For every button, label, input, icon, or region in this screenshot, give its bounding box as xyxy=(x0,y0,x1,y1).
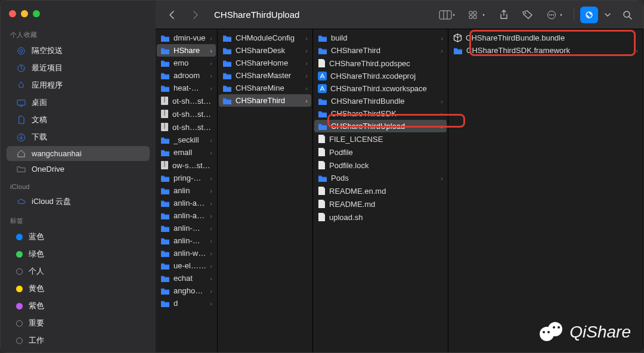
file-row[interactable]: CHShareThirdBundle.bundle xyxy=(450,32,642,44)
file-row[interactable]: adroom› xyxy=(157,69,216,82)
folder-icon xyxy=(160,148,170,157)
sidebar-item[interactable]: 桌面 xyxy=(7,94,150,111)
sidebar-item[interactable]: wangchuanhai xyxy=(7,146,150,161)
sidebar-item[interactable]: 黄色 xyxy=(7,280,150,297)
sidebar-item[interactable]: 应用程序 xyxy=(7,77,150,94)
file-row[interactable]: ot-sh…ster.zip xyxy=(157,107,216,120)
file-row[interactable]: CHShareThirdSDK.framework› xyxy=(450,44,642,57)
file-row[interactable]: CHShareThird.xcworkspace xyxy=(314,82,447,95)
sync-status-button[interactable] xyxy=(580,7,598,23)
sidebar-item-label: 隔空投送 xyxy=(32,45,63,56)
file-row[interactable]: ot-sh…ster.zip xyxy=(157,94,216,107)
file-row-label: anlin-wx-vue xyxy=(174,249,206,258)
svg-rect-3 xyxy=(17,100,24,104)
sidebar-item[interactable]: 工作 xyxy=(7,332,150,349)
sidebar-item[interactable]: 紫色 xyxy=(7,298,150,314)
file-row[interactable]: anlin-wx-vue› xyxy=(157,247,216,259)
file-row[interactable]: Podfile.lock xyxy=(314,159,447,172)
actions-menu-button[interactable] xyxy=(541,7,568,23)
file-row[interactable]: heat-…p-web› xyxy=(157,82,216,94)
sidebar-item[interactable]: 隔空投送 xyxy=(7,42,150,59)
close-window-button[interactable] xyxy=(9,10,16,17)
file-row[interactable]: Podfile xyxy=(314,145,447,159)
main-area: CHShareThirdUpload xyxy=(156,1,643,352)
file-row-label: CHShareThirdSDK.framework xyxy=(466,46,570,55)
view-columns-button[interactable] xyxy=(434,7,460,23)
sidebar-item[interactable]: 绿色 xyxy=(7,246,150,262)
search-button[interactable] xyxy=(617,7,637,23)
sidebar-item[interactable]: iCloud 云盘 xyxy=(7,193,150,210)
minimize-window-button[interactable] xyxy=(21,10,28,17)
group-by-button[interactable] xyxy=(464,7,490,23)
file-row[interactable]: anlin-…-server› xyxy=(157,234,216,247)
file-row[interactable]: CHShareThird.xcodeproj xyxy=(314,70,447,82)
file-row[interactable]: emo› xyxy=(157,57,216,69)
fullscreen-window-button[interactable] xyxy=(33,10,40,17)
file-row[interactable]: dmin-vue› xyxy=(157,32,216,44)
zip-icon xyxy=(160,109,169,119)
file-row[interactable]: anlin-…t-admin› xyxy=(157,222,216,234)
sidebar-item-label: iCloud 云盘 xyxy=(32,196,71,207)
chevron-right-icon: › xyxy=(305,72,308,79)
file-row[interactable]: README.md xyxy=(314,197,447,210)
file-row[interactable]: FILE_LICENSE xyxy=(314,132,447,145)
file-icon xyxy=(318,186,326,196)
column-0: dmin-vue›HShare›emo›adroom›heat-…p-web›o… xyxy=(156,29,218,352)
sidebar-item[interactable]: 蓝色 xyxy=(7,228,150,245)
sidebar-item[interactable]: 下载 xyxy=(7,129,150,145)
sidebar-item-label: 最近项目 xyxy=(32,63,63,73)
recent-icon xyxy=(16,64,26,73)
file-row[interactable]: CHShareThirdUpload› xyxy=(314,120,447,132)
chevron-right-icon: › xyxy=(305,47,308,54)
file-row[interactable]: ow-s…ster.zip xyxy=(157,159,216,172)
file-icon xyxy=(318,134,326,144)
file-row[interactable]: build› xyxy=(314,32,447,44)
tags-button[interactable] xyxy=(518,7,538,23)
file-row[interactable]: anlin-admin-ui› xyxy=(157,209,216,222)
file-row[interactable]: CHShareMaster› xyxy=(219,69,311,82)
sidebar-item[interactable]: 重要 xyxy=(7,315,150,332)
tag-empty-icon xyxy=(16,337,23,344)
file-row[interactable]: emall› xyxy=(157,146,216,159)
file-row[interactable]: anghongdong› xyxy=(157,284,216,297)
file-row[interactable]: CHShareThird› xyxy=(219,94,311,107)
file-row[interactable]: d› xyxy=(157,297,216,309)
file-row[interactable]: CHShareMine› xyxy=(219,82,311,94)
file-row[interactable]: CHShareDesk› xyxy=(219,44,311,57)
nav-forward-button[interactable] xyxy=(185,7,206,23)
sidebar-item[interactable]: 最近项目 xyxy=(7,60,150,76)
file-row[interactable]: upload.sh xyxy=(314,210,447,224)
sidebar-section-label: 个人收藏 xyxy=(1,24,156,42)
svg-rect-9 xyxy=(469,11,472,14)
desktop-icon xyxy=(16,98,26,107)
sidebar-item[interactable]: 个人 xyxy=(7,263,150,280)
file-row[interactable]: CHShareThird.podspec xyxy=(314,57,447,70)
file-row[interactable]: ue-el…-master› xyxy=(157,259,216,272)
tag-dot-icon xyxy=(16,234,23,240)
nav-back-button[interactable] xyxy=(162,7,182,23)
file-row[interactable]: pring-…t-cloud› xyxy=(157,172,216,184)
tag-dot-icon xyxy=(16,251,23,258)
file-row[interactable]: CHShareThird› xyxy=(314,44,447,57)
file-row[interactable]: HShare› xyxy=(157,44,216,57)
share-button[interactable] xyxy=(494,7,514,23)
file-row[interactable]: _seckill› xyxy=(157,134,216,146)
svg-rect-11 xyxy=(469,16,472,18)
sidebar-item[interactable]: 灰色 xyxy=(7,349,150,353)
file-row[interactable]: ot-sh…ster.zip xyxy=(157,120,216,134)
svg-rect-29 xyxy=(318,72,327,80)
file-row[interactable]: anlin› xyxy=(157,184,216,197)
file-row[interactable]: CHShareThirdBundle› xyxy=(314,95,447,107)
sidebar-item[interactable]: 文稿 xyxy=(7,112,150,128)
sync-dropdown-button[interactable] xyxy=(602,7,614,23)
file-row[interactable]: anlin-admin› xyxy=(157,197,216,209)
file-row[interactable]: CHShareHome› xyxy=(219,57,311,69)
file-row[interactable]: README.en.md xyxy=(314,184,447,197)
file-row[interactable]: echat› xyxy=(157,272,216,284)
sidebar-item[interactable]: OneDrive xyxy=(7,162,150,176)
file-row[interactable]: Pods› xyxy=(314,172,447,184)
file-row[interactable]: CHShareThirdSDK› xyxy=(314,107,447,120)
sidebar-item-label: 蓝色 xyxy=(29,231,44,242)
file-row[interactable]: CHModuleConfig› xyxy=(219,32,311,44)
sidebar-item-label: 个人 xyxy=(29,266,44,277)
